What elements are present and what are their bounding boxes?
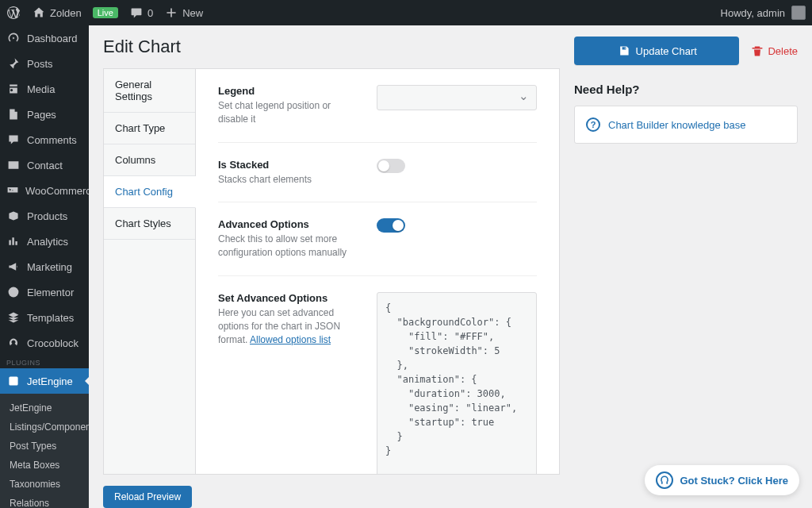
tab-general[interactable]: General Settings bbox=[104, 69, 195, 113]
help-icon: ? bbox=[586, 117, 600, 132]
wordpress-icon bbox=[6, 6, 21, 20]
sub-relations[interactable]: Relations bbox=[0, 494, 89, 508]
advanced-toggle[interactable] bbox=[377, 218, 405, 233]
svg-rect-1 bbox=[9, 376, 17, 385]
comment-icon bbox=[129, 6, 144, 20]
help-link[interactable]: Chart Builder knowledge base bbox=[608, 119, 745, 131]
plugins-separator: PLUGINS bbox=[0, 356, 89, 368]
megaphone-icon bbox=[6, 260, 21, 274]
jetengine-icon bbox=[6, 374, 21, 388]
settings-tabs: General Settings Chart Type Columns Char… bbox=[104, 69, 196, 474]
sidebar-item-posts[interactable]: Posts bbox=[0, 51, 89, 76]
stacked-title: Is Stacked bbox=[218, 159, 361, 171]
stuck-label: Got Stuck? Click Here bbox=[680, 475, 788, 487]
sub-taxonomies[interactable]: Taxonomies bbox=[0, 475, 89, 494]
pin-icon bbox=[6, 56, 21, 71]
page-icon bbox=[6, 107, 21, 121]
allowed-options-link[interactable]: Allowed options list bbox=[250, 334, 331, 345]
sidebar-item-media[interactable]: Media bbox=[0, 76, 89, 102]
jetengine-submenu: JetEngine Listings/Components Post Types… bbox=[0, 394, 89, 508]
update-chart-button[interactable]: Update Chart bbox=[574, 37, 739, 65]
settings-panel: General Settings Chart Type Columns Char… bbox=[103, 68, 560, 475]
sub-jetengine[interactable]: JetEngine bbox=[0, 398, 89, 418]
set-advanced-desc: Here you can set advanced options for th… bbox=[218, 306, 361, 346]
tab-type[interactable]: Chart Type bbox=[104, 113, 195, 144]
sidebar-item-pages[interactable]: Pages bbox=[0, 102, 89, 127]
plus-icon bbox=[164, 6, 178, 20]
tab-styles[interactable]: Chart Styles bbox=[104, 208, 195, 240]
help-title: Need Help? bbox=[574, 83, 798, 96]
advanced-options-textarea[interactable] bbox=[377, 292, 537, 474]
admin-sidebar: Dashboard Posts Media Pages Comments Con… bbox=[0, 25, 89, 508]
home-icon bbox=[32, 6, 46, 20]
elementor-icon bbox=[6, 285, 21, 299]
sidebar-item-dashboard[interactable]: Dashboard bbox=[0, 25, 89, 51]
chart-icon bbox=[6, 234, 21, 248]
reload-preview-button[interactable]: Reload Preview bbox=[103, 486, 192, 508]
headset-icon bbox=[656, 471, 673, 489]
save-icon bbox=[617, 44, 631, 58]
page-title: Edit Chart bbox=[103, 37, 560, 57]
sidebar-item-woocommerce[interactable]: WooCommerce bbox=[0, 178, 89, 203]
sidebar-item-crocoblock[interactable]: Crocoblock bbox=[0, 330, 89, 356]
wp-logo[interactable] bbox=[6, 6, 21, 20]
advanced-title: Advanced Options bbox=[218, 218, 361, 230]
delete-button[interactable]: Delete bbox=[750, 44, 798, 58]
trash-icon bbox=[750, 44, 764, 58]
field-set-advanced: Set Advanced Options Here you can set ad… bbox=[218, 276, 537, 474]
sidebar-item-comments[interactable]: Comments bbox=[0, 127, 89, 152]
tab-columns[interactable]: Columns bbox=[104, 144, 195, 176]
comments-link[interactable]: 0 bbox=[129, 6, 153, 20]
live-badge[interactable]: Live bbox=[93, 7, 118, 18]
sidebar-item-marketing[interactable]: Marketing bbox=[0, 254, 89, 279]
admin-toolbar: Zolden Live 0 New Howdy, admin bbox=[0, 0, 812, 25]
tab-config[interactable]: Chart Config bbox=[104, 176, 196, 208]
avatar[interactable] bbox=[791, 6, 806, 20]
sidebar-item-products[interactable]: Products bbox=[0, 203, 89, 229]
dashboard-icon bbox=[6, 31, 21, 45]
svg-point-0 bbox=[9, 287, 19, 298]
stacked-desc: Stacks chart elements bbox=[218, 173, 361, 187]
field-advanced: Advanced Options Check this to allow set… bbox=[218, 202, 537, 276]
howdy-text[interactable]: Howdy, admin bbox=[721, 7, 785, 19]
layers-icon bbox=[6, 310, 21, 325]
sidebar-item-jetengine[interactable]: JetEngine bbox=[0, 368, 89, 394]
advanced-desc: Check this to allow set more configurati… bbox=[218, 233, 361, 260]
comment-icon bbox=[6, 133, 21, 147]
croco-icon bbox=[6, 336, 21, 350]
help-box: ? Chart Builder knowledge base bbox=[574, 106, 798, 144]
mail-icon bbox=[6, 158, 21, 172]
legend-select[interactable] bbox=[377, 85, 537, 110]
field-stacked: Is Stacked Stacks chart elements bbox=[218, 143, 537, 203]
sidebar-item-contact[interactable]: Contact bbox=[0, 152, 89, 178]
woo-icon bbox=[6, 183, 19, 198]
sidebar-item-analytics[interactable]: Analytics bbox=[0, 229, 89, 254]
got-stuck-button[interactable]: Got Stuck? Click Here bbox=[645, 465, 799, 495]
sidebar-item-elementor[interactable]: Elementor bbox=[0, 279, 89, 305]
sub-listings[interactable]: Listings/Components bbox=[0, 418, 89, 437]
box-icon bbox=[6, 209, 21, 223]
sub-posttypes[interactable]: Post Types bbox=[0, 437, 89, 456]
media-icon bbox=[6, 82, 21, 96]
set-advanced-title: Set Advanced Options bbox=[218, 292, 361, 304]
sub-metaboxes[interactable]: Meta Boxes bbox=[0, 456, 89, 475]
field-legend: Legend Set chat legend position or disab… bbox=[218, 69, 537, 143]
new-link[interactable]: New bbox=[164, 6, 203, 20]
legend-title: Legend bbox=[218, 85, 361, 97]
site-link[interactable]: Zolden bbox=[32, 6, 82, 20]
stacked-toggle[interactable] bbox=[377, 159, 405, 173]
sidebar-item-templates[interactable]: Templates bbox=[0, 305, 89, 330]
legend-desc: Set chat legend position or disable it bbox=[218, 99, 361, 126]
